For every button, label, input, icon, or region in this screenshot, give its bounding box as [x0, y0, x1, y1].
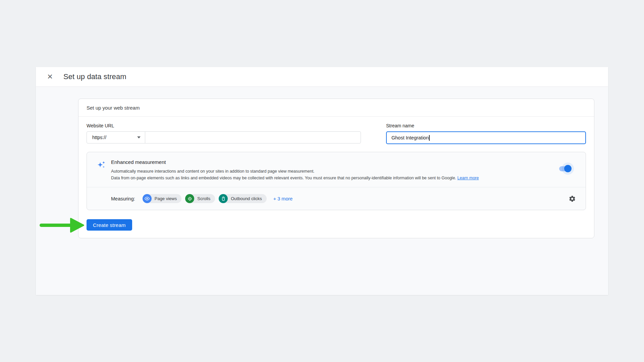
eye-icon: [143, 194, 152, 203]
scroll-icon: [185, 194, 194, 203]
enhanced-measurement-box: Enhanced measurement Automatically measu…: [87, 152, 586, 210]
toggle-thumb: [564, 165, 572, 172]
learn-more-link[interactable]: Learn more: [458, 176, 479, 180]
stream-name-input[interactable]: Ghost Integration: [386, 131, 586, 144]
measuring-label: Measuring:: [111, 196, 135, 201]
sparkle-icon: [96, 160, 106, 181]
annotation-arrow-icon: [38, 217, 85, 234]
card-header-title: Set up your web stream: [78, 99, 594, 117]
protocol-value: https://: [92, 135, 106, 140]
gear-icon[interactable]: [568, 195, 576, 203]
website-url-field: https://: [87, 131, 361, 143]
text-caret: [429, 135, 430, 141]
stream-name-label: Stream name: [386, 123, 586, 128]
close-icon[interactable]: ✕: [45, 72, 55, 81]
chip-outbound-clicks: Outbound clicks: [219, 194, 267, 203]
enhanced-measurement-toggle[interactable]: [559, 166, 571, 171]
chip-page-views: Page views: [143, 194, 181, 203]
web-stream-card: Set up your web stream Website URL https…: [78, 99, 594, 238]
create-stream-button[interactable]: Create stream: [87, 219, 132, 231]
website-url-label: Website URL: [87, 123, 361, 128]
chip-scrolls: Scrolls: [185, 194, 215, 203]
dialog-header: ✕ Set up data stream: [36, 67, 608, 87]
dialog-title: Set up data stream: [63, 72, 126, 81]
setup-data-stream-dialog: ✕ Set up data stream Set up your web str…: [36, 67, 608, 295]
protocol-dropdown[interactable]: https://: [87, 132, 145, 143]
more-chips-link[interactable]: + 3 more: [273, 196, 293, 201]
measuring-row: Measuring: Page views: [87, 187, 586, 210]
website-url-input[interactable]: [145, 132, 361, 143]
mouse-icon: [219, 194, 228, 203]
stream-form-row: Website URL https:// Stream name Ghost I…: [78, 117, 594, 144]
stream-name-value: Ghost Integration: [391, 135, 429, 140]
enhanced-description-line1: Automatically measure interactions and c…: [111, 168, 479, 175]
enhanced-measurement-title: Enhanced measurement: [111, 159, 479, 165]
enhanced-description-line2: Data from on-page elements such as links…: [111, 175, 479, 181]
chevron-down-icon: [137, 136, 141, 138]
